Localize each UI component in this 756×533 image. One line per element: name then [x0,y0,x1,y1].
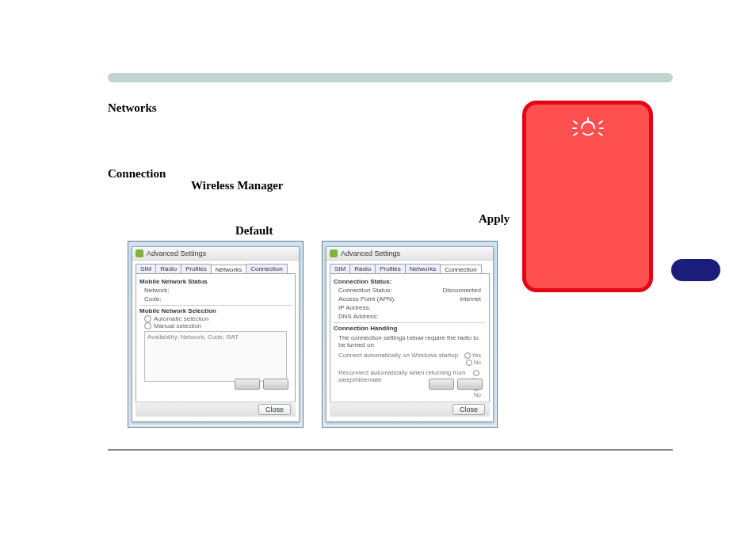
field-apn: Access Point (APN):internet [334,295,486,303]
shield-icon [330,249,338,257]
panel-button-1[interactable] [429,379,454,390]
panel-button-2[interactable] [457,379,483,390]
tab-panel: Connection Status: Connection Status:Dis… [330,273,490,411]
alarm-bell-icon [572,116,604,139]
field-ip-address: IP Address: [334,303,486,312]
field-network: Network: [139,286,292,295]
tab-connection[interactable]: Connection [246,264,287,273]
radio-automatic-selection[interactable]: Automatic selection [139,315,292,322]
heading-apply: Apply [479,212,510,226]
dialog-footer: Close [330,402,490,417]
group-connection-handling: Connection Handling [334,325,486,332]
tab-networks[interactable]: Networks [405,264,441,273]
panel-button-row [235,379,288,390]
panel-button-row [429,379,483,390]
tab-sim[interactable]: SIM [136,264,156,273]
svg-line-3 [574,133,577,135]
top-divider [108,73,673,82]
tab-sim[interactable]: SIM [330,264,350,273]
bottom-divider [108,449,673,451]
heading-networks: Networks [108,101,157,115]
screenshot-connection-tab: Advanced Settings SIM Radio Profiles Net… [322,241,498,428]
shield-icon [136,249,143,257]
window-titlebar: Advanced Settings [132,247,299,261]
tab-radio[interactable]: Radio [349,264,376,273]
field-dns-address: DNS Address: [334,312,486,321]
network-list: Availability; Network; Code; RAT [144,331,287,382]
side-tab-marker [671,259,720,281]
tab-radio[interactable]: Radio [155,264,181,273]
warning-callout [522,101,653,292]
panel-button-1[interactable] [235,379,260,390]
divider [139,305,292,306]
divider [334,322,486,323]
group-mobile-network-selection: Mobile Network Selection [139,307,292,314]
window-titlebar: Advanced Settings [326,247,493,261]
svg-line-1 [574,121,577,124]
tab-strip: SIM Radio Profiles Networks Connection [132,261,299,273]
option-connect-on-startup: Connect automatically on Windows startup… [334,350,486,367]
tab-strip: SIM Radio Profiles Networks Connection [326,261,493,273]
tab-profiles[interactable]: Profiles [181,264,212,273]
field-connection-status: Connection Status:Disconnected [334,286,486,295]
heading-default: Default [235,224,273,238]
radio-manual-selection[interactable]: Manual selection [139,322,292,329]
heading-wireless-manager: Wireless Manager [191,179,284,192]
group-connection-status: Connection Status: [334,278,486,285]
close-button[interactable]: Close [452,404,485,415]
heading-connection: Connection [108,167,166,181]
close-button[interactable]: Close [258,404,291,415]
field-code: Code: [139,295,292,303]
window-title: Advanced Settings [341,249,400,257]
screenshot-networks-tab: Advanced Settings SIM Radio Profiles Net… [128,241,304,428]
dialog-window: Advanced Settings SIM Radio Profiles Net… [326,246,494,422]
group-mobile-network-status: Mobile Network Status [139,278,292,285]
dialog-footer: Close [136,402,296,417]
document-page: Networks Connection Wireless Manager App… [0,0,756,533]
dialog-window: Advanced Settings SIM Radio Profiles Net… [132,246,300,422]
tab-profiles[interactable]: Profiles [375,264,406,273]
svg-line-6 [599,133,602,135]
window-title: Advanced Settings [147,249,206,257]
panel-button-2[interactable] [263,379,288,390]
svg-line-4 [599,121,602,124]
tab-panel: Mobile Network Status Network: Code: Mob… [136,273,296,411]
handling-note: The connection settings below require th… [334,333,486,350]
